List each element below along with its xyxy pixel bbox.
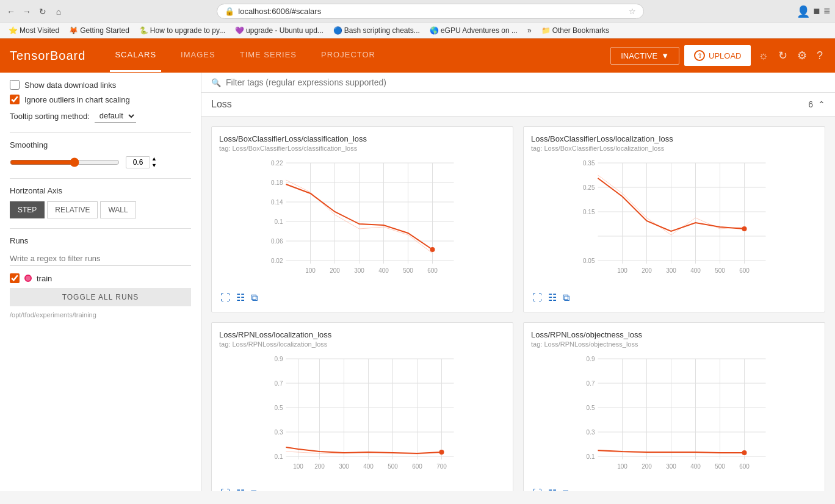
chart-3-data-button[interactable]: ☷	[235, 486, 246, 491]
inactive-dropdown[interactable]: INACTIVE ▼	[610, 47, 679, 65]
more-bookmarks[interactable]: »	[524, 25, 535, 36]
svg-text:600: 600	[739, 463, 750, 470]
smoothing-slider-row: 0.6 ▲▼	[10, 156, 191, 168]
firefox-icon: 🦊	[69, 26, 78, 35]
svg-text:100: 100	[305, 267, 316, 274]
svg-text:0.1: 0.1	[587, 453, 595, 460]
svg-text:0.5: 0.5	[275, 405, 283, 411]
bookmark-most-visited[interactable]: ⭐ Most Visited	[5, 25, 63, 36]
smoothing-slider[interactable]	[10, 157, 120, 167]
svg-text:300: 300	[666, 463, 676, 470]
refresh-button[interactable]: ↻	[37, 5, 49, 18]
svg-text:500: 500	[715, 463, 725, 470]
runs-filter-input[interactable]	[10, 251, 191, 266]
svg-text:300: 300	[339, 463, 349, 470]
svg-text:0.14: 0.14	[271, 199, 283, 206]
sidebar: Show data download links Ignore outliers…	[0, 73, 201, 491]
profile-icon[interactable]: 👤	[797, 5, 810, 18]
dropdown-chevron-icon: ▼	[661, 51, 669, 60]
bookmark-getting-started[interactable]: 🦊 Getting Started	[65, 25, 133, 36]
ignore-outliers-label: Ignore outliers in chart scaling	[24, 95, 130, 104]
chart-2-zoom-button[interactable]: ⧉	[562, 290, 571, 304]
help-icon[interactable]: ?	[814, 47, 825, 65]
chart-1-data-button[interactable]: ☷	[235, 290, 246, 304]
chart-3-zoom-button[interactable]: ⧉	[250, 486, 259, 491]
slider-arrows[interactable]: ▲▼	[151, 156, 157, 168]
runs-section: Runs train TOGGLE ALL RUNS /opt/tfod/exp…	[10, 236, 191, 319]
chart-4-zoom-button[interactable]: ⧉	[562, 486, 571, 491]
chart-3-title: Loss/RPNLoss/localization_loss	[219, 330, 505, 339]
svg-text:400: 400	[378, 267, 389, 274]
axis-buttons: STEP RELATIVE WALL	[10, 201, 191, 218]
chart-1-zoom-button[interactable]: ⧉	[250, 290, 259, 304]
ignore-outliers-checkbox[interactable]	[10, 95, 20, 104]
smoothing-section: Smoothing 0.6 ▲▼	[10, 140, 191, 168]
bookmark-ubuntu[interactable]: 💜 upgrade - Ubuntu upd...	[231, 25, 327, 36]
menu-icon[interactable]: ≡	[823, 5, 830, 18]
axis-step-button[interactable]: STEP	[10, 201, 45, 218]
svg-text:300: 300	[354, 267, 364, 274]
back-button[interactable]: ←	[5, 5, 17, 18]
bookmark-python[interactable]: 🐍 How to upgrade to py...	[136, 25, 229, 36]
chart-rpn-localization: Loss/RPNLoss/localization_loss tag: Loss…	[211, 322, 513, 491]
svg-text:200: 200	[314, 463, 325, 470]
svg-text:0.9: 0.9	[587, 356, 595, 362]
chart-4-expand-button[interactable]: ⛶	[531, 486, 543, 491]
bookmark-egpu[interactable]: 🌎 eGPU Adventures on ...	[426, 25, 521, 36]
svg-text:500: 500	[388, 463, 398, 470]
nav-scalars[interactable]: SCALARS	[110, 39, 161, 72]
svg-point-46	[742, 226, 747, 231]
svg-text:0.15: 0.15	[583, 209, 595, 215]
ignore-outliers-checkbox-row[interactable]: Ignore outliers in chart scaling	[10, 95, 191, 104]
smoothing-value: 0.6 ▲▼	[126, 156, 157, 168]
svg-text:0.05: 0.05	[583, 257, 595, 264]
svg-point-71	[439, 450, 444, 455]
svg-text:0.02: 0.02	[271, 257, 283, 264]
chart-localization-loss: Loss/BoxClassifierLoss/localization_loss…	[523, 126, 825, 312]
chart-2-expand-button[interactable]: ⛶	[531, 290, 543, 304]
collapse-icon[interactable]: ⌃	[818, 99, 825, 109]
bookmark-bash[interactable]: 🔵 Bash scripting cheats...	[330, 25, 424, 36]
star-icon[interactable]: ☆	[629, 7, 636, 16]
chart-4-data-button[interactable]: ☷	[547, 486, 558, 491]
nav-images[interactable]: IMAGES	[176, 39, 220, 72]
header-right: INACTIVE ▼ ⇧ UPLOAD ☼ ↻ ⚙ ?	[610, 45, 825, 66]
theme-icon[interactable]: ☼	[756, 47, 771, 65]
smoothing-number[interactable]: 0.6	[126, 156, 150, 168]
reload-icon[interactable]: ↻	[776, 46, 790, 65]
tooltip-row: Tooltip sorting method: default	[10, 109, 191, 123]
chart-1-actions: ⛶ ☷ ⧉	[219, 290, 505, 304]
data-path: /opt/tfod/experiments/training	[10, 311, 191, 319]
svg-text:0.3: 0.3	[587, 429, 595, 436]
axis-wall-button[interactable]: WALL	[100, 201, 136, 218]
extensions-icon[interactable]: ■	[814, 5, 820, 18]
chart-2-data-button[interactable]: ☷	[547, 290, 558, 304]
chart-3-expand-button[interactable]: ⛶	[219, 486, 231, 491]
other-bookmarks[interactable]: 📁 Other Bookmarks	[538, 25, 613, 36]
svg-text:0.06: 0.06	[271, 238, 283, 245]
axis-relative-button[interactable]: RELATIVE	[47, 201, 98, 218]
address-bar[interactable]: 🔒 localhost:6006/#scalars ☆	[217, 4, 644, 19]
svg-text:600: 600	[739, 267, 750, 274]
settings-icon[interactable]: ⚙	[795, 46, 809, 65]
security-icon: 🔒	[225, 7, 234, 16]
nav-projector[interactable]: PROJECTOR	[316, 39, 380, 72]
home-button[interactable]: ⌂	[52, 5, 65, 18]
upload-button[interactable]: ⇧ UPLOAD	[684, 45, 751, 66]
tooltip-label: Tooltip sorting method:	[10, 112, 90, 121]
charts-grid: Loss/BoxClassifierLoss/classification_lo…	[201, 117, 835, 491]
tooltip-select[interactable]: default	[95, 109, 136, 123]
toggle-all-button[interactable]: TOGGLE ALL RUNS	[10, 288, 191, 306]
show-download-checkbox-row[interactable]: Show data download links	[10, 80, 191, 90]
nav-time-series[interactable]: TIME SERIES	[235, 39, 302, 72]
svg-text:100: 100	[617, 463, 627, 470]
run-train-checkbox[interactable]	[10, 273, 20, 283]
svg-point-94	[742, 450, 747, 455]
chart-1-expand-button[interactable]: ⛶	[219, 290, 231, 304]
show-download-checkbox[interactable]	[10, 80, 20, 90]
python-icon: 🐍	[139, 26, 148, 35]
bash-icon: 🔵	[333, 26, 342, 35]
svg-text:0.18: 0.18	[271, 179, 283, 186]
filter-input[interactable]	[226, 77, 825, 87]
forward-button[interactable]: →	[21, 5, 33, 18]
